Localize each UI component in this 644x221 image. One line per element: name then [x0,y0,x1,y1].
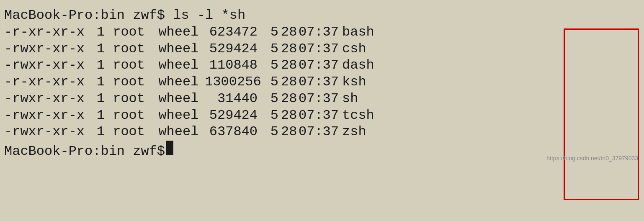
col-name: dash [342,57,374,73]
col-day: 28 [281,57,296,73]
col-name: sh [342,91,358,107]
col-size: 623472 [197,24,258,40]
col-links: 1 [88,91,105,107]
prompt-line: MacBook-Pro:bin zwf$ [4,141,636,159]
col-perms: -rwxr-xr-x [4,91,88,107]
col-links: 1 [88,74,105,90]
col-owner: root [105,24,142,40]
table-row: -r-xr-xr-x 1 root wheel 62347252807:37ba… [4,24,636,40]
col-group: wheel [142,24,197,40]
col-time: 07:37 [299,57,336,73]
col-day: 28 [281,91,296,107]
col-owner: root [105,41,142,57]
col-size: 529424 [197,41,258,57]
col-owner: root [105,57,142,73]
col-month: 5 [263,124,278,140]
col-name: csh [342,41,366,57]
col-month: 5 [263,24,278,40]
col-time: 07:37 [299,124,336,140]
prompt-command: MacBook-Pro:bin zwf$ ls -l *sh [4,8,245,23]
col-month: 5 [263,57,278,73]
col-links: 1 [88,24,105,40]
col-time: 07:37 [299,74,336,90]
col-group: wheel [142,74,197,90]
col-group: wheel [142,41,197,57]
col-day: 28 [281,124,296,140]
col-group: wheel [142,124,197,140]
col-owner: root [105,91,142,107]
table-row: -rwxr-xr-x 1 root wheel 3144052807:37sh [4,91,636,107]
col-month: 5 [263,74,278,90]
watermark: https://blog.csdn.net/m0_37979033 [546,155,638,162]
col-perms: -r-xr-xr-x [4,74,88,90]
col-month: 5 [263,108,278,123]
col-day: 28 [281,74,296,90]
col-size: 529424 [197,108,258,123]
col-perms: -rwxr-xr-x [4,41,88,57]
table-row: -rwxr-xr-x 1 root wheel 52942452807:37tc… [4,108,636,123]
col-size: 1300256 [197,74,258,90]
col-time: 07:37 [299,41,336,57]
col-name: tcsh [342,108,374,123]
col-group: wheel [142,108,197,123]
file-listing: -r-xr-xr-x 1 root wheel 62347252807:37ba… [4,24,636,140]
terminal-window: MacBook-Pro:bin zwf$ ls -l *sh -r-xr-xr-… [0,0,644,164]
col-name: zsh [342,124,366,140]
col-size: 637840 [197,124,258,140]
col-group: wheel [142,57,197,73]
col-time: 07:37 [299,91,336,107]
col-links: 1 [88,41,105,57]
col-perms: -rwxr-xr-x [4,57,88,73]
col-group: wheel [142,91,197,107]
col-size: 31440 [197,91,258,107]
col-month: 5 [263,91,278,107]
col-perms: -rwxr-xr-x [4,108,88,123]
col-time: 07:37 [299,24,336,40]
col-owner: root [105,108,142,123]
col-day: 28 [281,24,296,40]
col-day: 28 [281,108,296,123]
cursor-block [166,141,173,155]
col-owner: root [105,74,142,90]
table-row: -rwxr-xr-x 1 root wheel 63784052807:37zs… [4,124,636,140]
col-links: 1 [88,57,105,73]
prompt-text: MacBook-Pro:bin zwf$ [4,144,165,159]
col-owner: root [105,124,142,140]
col-size: 110848 [197,57,258,73]
table-row: -r-xr-xr-x 1 root wheel 130025652807:37k… [4,74,636,90]
col-name: bash [342,24,374,40]
col-perms: -rwxr-xr-x [4,124,88,140]
col-month: 5 [263,41,278,57]
col-time: 07:37 [299,108,336,123]
col-name: ksh [342,74,366,90]
table-row: -rwxr-xr-x 1 root wheel 11084852807:37da… [4,57,636,73]
col-links: 1 [88,108,105,123]
command-line: MacBook-Pro:bin zwf$ ls -l *sh [4,8,636,23]
col-day: 28 [281,41,296,57]
col-links: 1 [88,124,105,140]
table-row: -rwxr-xr-x 1 root wheel 52942452807:37cs… [4,41,636,57]
col-perms: -r-xr-xr-x [4,24,88,40]
